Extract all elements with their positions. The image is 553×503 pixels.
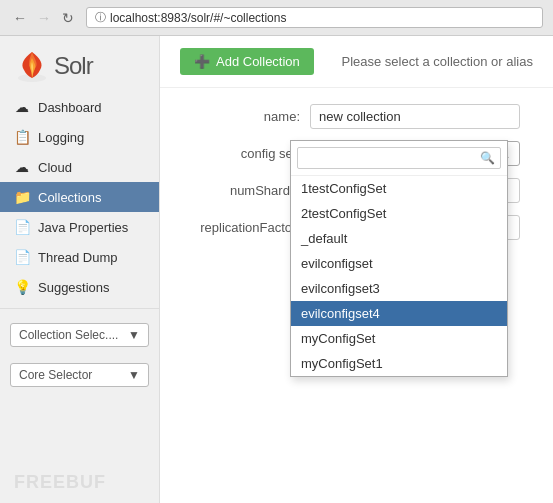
add-collection-button[interactable]: ➕ Add Collection (180, 48, 314, 75)
content-header: ➕ Add Collection Please select a collect… (160, 36, 553, 88)
collection-selector[interactable]: Collection Selec.... ▼ (10, 323, 149, 347)
core-selector-arrow: ▼ (128, 368, 140, 382)
dropdown-item-default[interactable]: _default (291, 226, 507, 251)
collections-icon: 📁 (14, 189, 30, 205)
add-collection-label: Add Collection (216, 54, 300, 69)
sidebar-item-label: Dashboard (38, 100, 102, 115)
form-area: name: config set: Select an Option ▲ num… (160, 88, 553, 268)
content-area: ➕ Add Collection Please select a collect… (160, 36, 553, 503)
solr-flame-icon (14, 48, 50, 84)
thread-dump-icon: 📄 (14, 249, 30, 265)
dropdown-item-evilconfigset4[interactable]: evilconfigset4 (291, 301, 507, 326)
back-button[interactable]: ← (10, 8, 30, 28)
sidebar-item-label: Thread Dump (38, 250, 117, 265)
logging-icon: 📋 (14, 129, 30, 145)
sidebar-item-cloud[interactable]: ☁ Cloud (0, 152, 159, 182)
sidebar: Solr ☁ Dashboard 📋 Logging ☁ Cloud 📁 Col… (0, 36, 160, 503)
url-text: localhost:8983/solr/#/~collections (110, 11, 286, 25)
dropdown-list: 1testConfigSet 2testConfigSet _default e… (291, 176, 507, 376)
dropdown-item-evilconfigset3[interactable]: evilconfigset3 (291, 276, 507, 301)
reload-button[interactable]: ↻ (58, 8, 78, 28)
suggestions-icon: 💡 (14, 279, 30, 295)
sidebar-item-label: Collections (38, 190, 102, 205)
search-icon: 🔍 (480, 151, 495, 165)
sidebar-item-collections[interactable]: 📁 Collections (0, 182, 159, 212)
name-row: name: (180, 104, 533, 129)
collection-selector-label: Collection Selec.... (19, 328, 118, 342)
sidebar-item-logging[interactable]: 📋 Logging (0, 122, 159, 152)
lock-icon: ⓘ (95, 10, 106, 25)
solr-logo-text: Solr (54, 52, 93, 80)
sidebar-item-label: Cloud (38, 160, 72, 175)
name-label: name: (180, 109, 310, 124)
sidebar-divider-1 (0, 308, 159, 309)
core-selector[interactable]: Core Selector ▼ (10, 363, 149, 387)
name-input[interactable] (310, 104, 520, 129)
forward-button[interactable]: → (34, 8, 54, 28)
sidebar-item-label: Java Properties (38, 220, 128, 235)
solr-logo: Solr (0, 36, 159, 92)
dropdown-item-myConfigSet[interactable]: myConfigSet (291, 326, 507, 351)
search-input-wrap: 🔍 (297, 147, 501, 169)
sidebar-item-suggestions[interactable]: 💡 Suggestions (0, 272, 159, 302)
header-hint: Please select a collection or alias (342, 54, 534, 69)
config-dropdown: 🔍 1testConfigSet 2testConfigSet _default… (290, 140, 508, 377)
core-selector-label: Core Selector (19, 368, 92, 382)
dropdown-search-area: 🔍 (291, 141, 507, 176)
sidebar-item-java-properties[interactable]: 📄 Java Properties (0, 212, 159, 242)
main-container: Solr ☁ Dashboard 📋 Logging ☁ Cloud 📁 Col… (0, 36, 553, 503)
dropdown-item-2testConfigSet[interactable]: 2testConfigSet (291, 201, 507, 226)
dropdown-item-evilconfigset[interactable]: evilconfigset (291, 251, 507, 276)
dropdown-item-myConfigSet1[interactable]: myConfigSet1 (291, 351, 507, 376)
footer-watermark: FREEBUF (0, 462, 159, 503)
address-bar[interactable]: ⓘ localhost:8983/solr/#/~collections (86, 7, 543, 28)
cloud-icon: ☁ (14, 159, 30, 175)
sidebar-item-label: Logging (38, 130, 84, 145)
java-properties-icon: 📄 (14, 219, 30, 235)
browser-bar: ← → ↻ ⓘ localhost:8983/solr/#/~collectio… (0, 0, 553, 36)
dashboard-icon: ☁ (14, 99, 30, 115)
add-icon: ➕ (194, 54, 210, 69)
collection-selector-arrow: ▼ (128, 328, 140, 342)
nav-buttons: ← → ↻ (10, 8, 78, 28)
sidebar-item-dashboard[interactable]: ☁ Dashboard (0, 92, 159, 122)
sidebar-item-thread-dump[interactable]: 📄 Thread Dump (0, 242, 159, 272)
sidebar-item-label: Suggestions (38, 280, 110, 295)
dropdown-item-1testConfigSet[interactable]: 1testConfigSet (291, 176, 507, 201)
dropdown-search-input[interactable] (297, 147, 501, 169)
